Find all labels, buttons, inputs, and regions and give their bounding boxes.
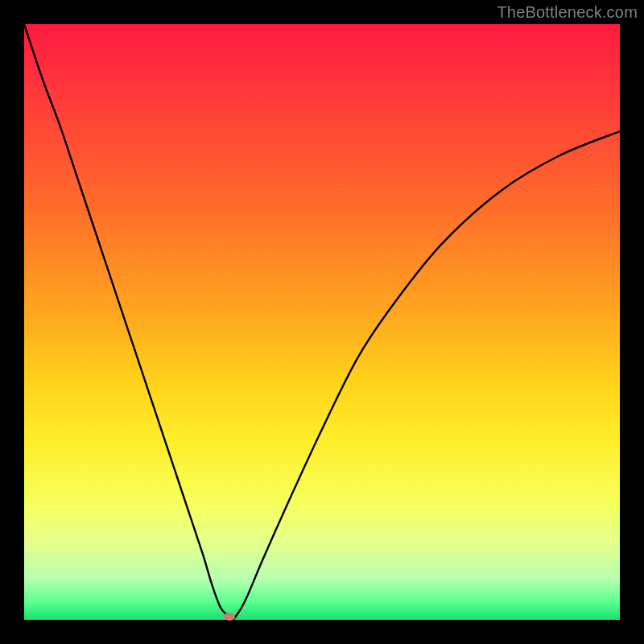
bottleneck-curve xyxy=(24,24,620,620)
optimum-marker xyxy=(224,613,235,621)
attribution-text: TheBottleneck.com xyxy=(497,3,638,22)
curve-path xyxy=(24,24,620,621)
chart-frame: TheBottleneck.com xyxy=(0,0,644,644)
plot-area xyxy=(24,24,620,620)
